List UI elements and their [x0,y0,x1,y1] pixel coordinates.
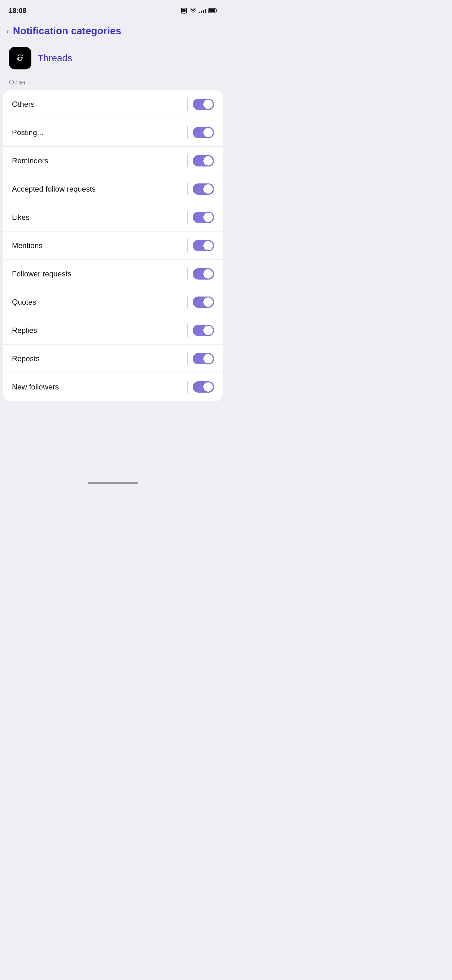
toggle-area-quotes [187,296,214,309]
section-label: Other [0,76,226,90]
header: ‹ Notification categories [0,19,226,42]
row-label-new-followers: New followers [12,383,59,391]
toggle-reposts[interactable] [193,353,214,364]
toggle-posting[interactable] [193,127,214,138]
toggle-area-new-followers [187,381,214,393]
wifi-icon [190,8,197,13]
toggle-divider [187,296,188,309]
app-icon [9,47,32,69]
toggle-likes[interactable] [193,212,214,223]
toggle-area-likes [187,211,214,224]
settings-row-reminders: Reminders [3,147,223,175]
status-bar: 18:08 [0,0,226,19]
toggle-divider [187,98,188,111]
row-label-reminders: Reminders [12,156,48,165]
toggle-area-reposts [187,352,214,365]
status-icons [181,8,217,14]
toggle-area-follower-requests [187,267,214,280]
toggle-new-followers[interactable] [193,381,214,393]
toggle-divider [187,126,188,139]
toggle-divider [187,324,188,337]
row-label-replies: Replies [12,326,37,335]
toggle-area-replies [187,324,214,337]
row-label-accepted-follow: Accepted follow requests [12,185,96,194]
row-label-follower-requests: Follower requests [12,269,71,278]
status-time: 18:08 [9,6,26,15]
toggle-quotes[interactable] [193,296,214,308]
toggle-area-posting [187,126,214,139]
settings-row-likes: Likes [3,203,223,231]
toggle-divider [187,211,188,224]
screenshot-icon [181,8,187,14]
row-label-reposts: Reposts [12,354,40,363]
app-row: Threads [0,42,226,76]
toggle-replies[interactable] [193,325,214,336]
battery-icon [208,8,217,13]
home-indicator [88,482,138,484]
toggle-area-reminders [187,154,214,167]
settings-row-mentions: Mentions [3,231,223,260]
settings-card: Others Posting... Reminders Accepted fol… [3,90,223,401]
settings-row-posting: Posting... [3,118,223,147]
settings-row-new-followers: New followers [3,373,223,401]
toggle-area-mentions [187,239,214,252]
toggle-divider [187,267,188,280]
toggle-accepted-follow[interactable] [193,183,214,195]
settings-row-others: Others [3,90,223,118]
row-label-others: Others [12,100,35,109]
settings-row-follower-requests: Follower requests [3,260,223,288]
toggle-divider [187,381,188,393]
svg-rect-3 [209,9,215,13]
toggle-area-accepted-follow [187,183,214,196]
threads-logo [13,51,27,65]
row-label-posting: Posting... [12,128,43,137]
settings-row-reposts: Reposts [3,345,223,373]
toggle-divider [187,352,188,365]
page-title: Notification categories [13,25,121,37]
row-label-mentions: Mentions [12,241,42,250]
app-name: Threads [38,53,72,64]
toggle-follower-requests[interactable] [193,268,214,280]
svg-rect-1 [182,9,186,12]
toggle-divider [187,239,188,252]
row-label-quotes: Quotes [12,298,36,307]
settings-row-replies: Replies [3,316,223,345]
toggle-area-others [187,98,214,111]
settings-row-accepted-follow: Accepted follow requests [3,175,223,203]
toggle-reminders[interactable] [193,155,214,167]
toggle-others[interactable] [193,99,214,110]
back-button[interactable]: ‹ [6,27,9,35]
toggle-mentions[interactable] [193,240,214,251]
signal-icon [199,8,206,13]
toggle-divider [187,154,188,167]
row-label-likes: Likes [12,213,30,222]
toggle-divider [187,183,188,196]
settings-row-quotes: Quotes [3,288,223,316]
